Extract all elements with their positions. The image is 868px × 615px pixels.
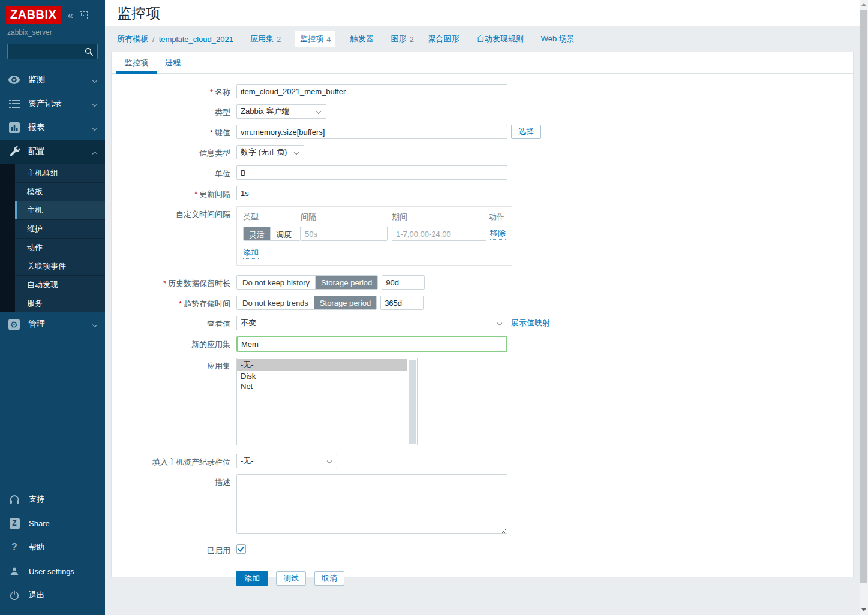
type-select[interactable]: Zabbix 客户端 <box>236 104 326 119</box>
update-interval-input[interactable] <box>236 186 326 200</box>
show-value-select[interactable]: 不变 <box>236 316 507 330</box>
custom-intervals-header: 类型 间隔 期间 动作 <box>243 211 506 227</box>
units-input[interactable] <box>236 165 507 180</box>
interval-type-toggle: 灵活 调度 <box>243 227 301 241</box>
tab-item[interactable]: 监控项 <box>116 52 157 74</box>
application-option-disk[interactable]: Disk <box>237 371 407 381</box>
col-action: 动作 <box>489 212 506 222</box>
scrollbar-thumb[interactable] <box>860 10 867 583</box>
footer-item-user-settings[interactable]: User settings <box>0 559 105 583</box>
nav-label: Web 场景 <box>541 34 575 44</box>
search-icon[interactable] <box>85 47 94 58</box>
breadcrumb-all-templates[interactable]: 所有模板 <box>117 34 148 44</box>
chevron-down-icon <box>92 102 97 107</box>
scroll-down-arrow[interactable] <box>861 608 866 611</box>
zabbix-logo[interactable]: ZABBIX <box>6 6 61 24</box>
sidebar-item-reports[interactable]: 报表 <box>0 116 105 140</box>
page-scrollbar[interactable] <box>860 0 868 615</box>
applications-listbox[interactable]: -无- Disk Net <box>236 358 418 445</box>
sidebar: ZABBIX « zabbix_server 监测 <box>0 0 105 615</box>
interval-input[interactable] <box>301 227 388 241</box>
history-label: 历史数据保留时长 <box>118 275 230 289</box>
nav-graphs[interactable]: 图形2 <box>391 34 413 44</box>
collapse-sidebar-icon[interactable]: « <box>67 10 73 20</box>
sidebar-item-configuration[interactable]: 配置 <box>0 140 105 164</box>
test-button[interactable]: 测试 <box>276 571 306 586</box>
units-label: 单位 <box>118 165 230 179</box>
footer-item-support[interactable]: 支持 <box>0 487 105 511</box>
sidebar-item-label: 配置 <box>28 146 45 157</box>
application-option-none[interactable]: -无- <box>237 359 407 371</box>
submenu-item-discovery[interactable]: 自动发现 <box>15 275 105 294</box>
footer-item-help[interactable]: ? 帮助 <box>0 535 105 559</box>
row-key: 键值 选择 <box>118 125 847 139</box>
history-toggle: Do not keep history Storage period <box>236 275 378 290</box>
remove-interval-link[interactable]: 移除 <box>490 228 506 240</box>
flexible-option[interactable]: 灵活 <box>244 227 270 240</box>
history-value-input[interactable] <box>382 275 425 290</box>
enabled-checkbox[interactable] <box>236 544 246 554</box>
nav-discovery-rules[interactable]: 自动发现规则 <box>477 34 527 44</box>
row-type: 类型 Zabbix 客户端 <box>118 104 847 119</box>
do-not-keep-history-option[interactable]: Do not keep history <box>237 276 315 289</box>
nav-applications[interactable]: 应用集2 <box>250 34 281 44</box>
inventory-field-select[interactable]: -无- <box>236 454 337 468</box>
row-trends: 趋势存储时间 Do not keep trends Storage period <box>118 296 847 310</box>
listbox-scrollbar[interactable] <box>409 360 416 444</box>
add-interval-link[interactable]: 添加 <box>243 247 259 259</box>
show-value-mappings-link[interactable]: 展示值映射 <box>511 318 550 328</box>
period-input[interactable] <box>392 227 486 241</box>
new-application-input[interactable] <box>236 336 507 352</box>
description-label: 描述 <box>118 474 230 488</box>
scroll-up-arrow[interactable] <box>861 3 866 6</box>
nav-web-scenarios[interactable]: Web 场景 <box>541 34 578 44</box>
submenu-item-maintenance[interactable]: 维护 <box>15 219 105 238</box>
application-option-net[interactable]: Net <box>237 381 407 391</box>
enabled-label: 已启用 <box>118 542 230 556</box>
submenu-item-templates[interactable]: 模板 <box>15 182 105 201</box>
history-storage-period-option[interactable]: Storage period <box>315 276 377 289</box>
trends-storage-period-option[interactable]: Storage period <box>314 296 376 309</box>
sidebar-item-inventory[interactable]: 资产记录 <box>0 92 105 116</box>
row-enabled: 已启用 <box>118 542 847 556</box>
tab-preprocessing[interactable]: 进程 <box>157 52 189 73</box>
breadcrumb-template-name[interactable]: template_cloud_2021 <box>159 35 233 44</box>
do-not-keep-trends-option[interactable]: Do not keep trends <box>237 296 314 309</box>
submenu-item-hosts[interactable]: 主机 <box>15 201 105 219</box>
info-type-label: 信息类型 <box>118 145 230 159</box>
footer-item-share[interactable]: Z Share <box>0 511 105 535</box>
add-button[interactable]: 添加 <box>236 571 268 586</box>
key-select-button[interactable]: 选择 <box>511 125 541 139</box>
submenu-label: 模板 <box>27 186 43 197</box>
submenu-item-event-correlation[interactable]: 关联项事件 <box>15 257 105 275</box>
submenu-item-services[interactable]: 服务 <box>15 294 105 312</box>
key-input[interactable] <box>236 125 507 139</box>
item-form-widget: 监控项 进程 名称 类型 Zabbix 客户端 键值 <box>111 52 854 577</box>
chevron-down-icon <box>316 109 321 114</box>
nav-triggers[interactable]: 触发器 <box>350 34 376 44</box>
submenu-item-host-groups[interactable]: 主机群组 <box>15 164 105 182</box>
submenu-item-actions[interactable]: 动作 <box>15 238 105 257</box>
applications-label: 应用集 <box>118 358 230 372</box>
footer-item-sign-out[interactable]: 退出 <box>0 583 105 607</box>
scheduling-option[interactable]: 调度 <box>270 227 297 240</box>
nav-screens[interactable]: 聚合图形 <box>428 34 462 44</box>
type-select-value: Zabbix 客户端 <box>241 106 290 117</box>
nav-items[interactable]: 监控项4 <box>295 31 335 47</box>
expand-window-icon[interactable] <box>80 11 88 19</box>
custom-intervals-table: 类型 间隔 期间 动作 灵活 调度 移除 <box>236 206 512 266</box>
form-tabs: 监控项 进程 <box>112 52 853 74</box>
search-input[interactable] <box>8 44 97 59</box>
info-type-select[interactable]: 数字 (无正负) <box>236 145 304 159</box>
row-new-application: 新的应用集 <box>118 336 847 352</box>
sidebar-item-label: 监测 <box>28 74 45 85</box>
cancel-button[interactable]: 取消 <box>314 571 344 586</box>
custom-intervals-label: 自定义时间间隔 <box>118 206 230 220</box>
name-input[interactable] <box>236 84 507 98</box>
description-textarea[interactable] <box>236 474 507 534</box>
trends-value-input[interactable] <box>380 296 424 310</box>
row-buttons: 添加 测试 取消 <box>118 562 847 586</box>
sidebar-item-administration[interactable]: ⚙ 管理 <box>0 312 105 336</box>
item-form: 名称 类型 Zabbix 客户端 键值 选择 <box>112 74 853 586</box>
sidebar-item-monitoring[interactable]: 监测 <box>0 68 105 92</box>
